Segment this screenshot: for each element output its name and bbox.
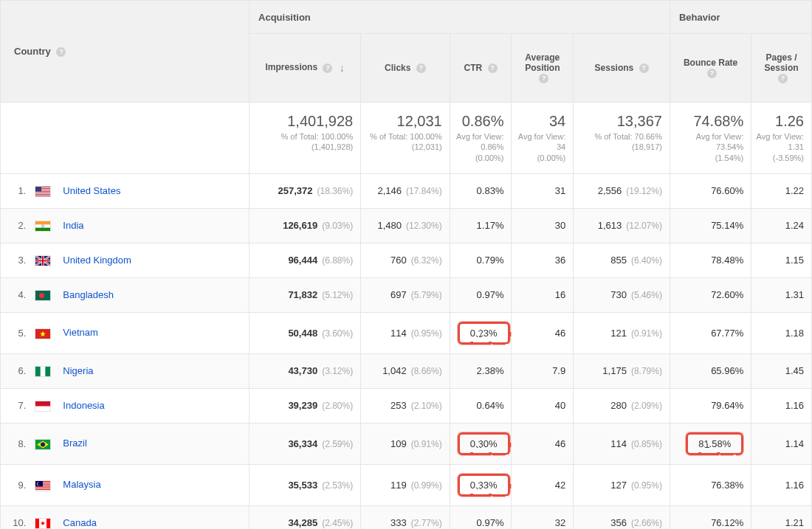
help-icon[interactable]: ? [639, 63, 649, 73]
cell-impressions: 96,444(6.88%) [250, 243, 361, 277]
highlight-annotation: 81.58% [686, 432, 743, 455]
header-avgpos[interactable]: Average Position ? [512, 34, 574, 103]
country-cell[interactable]: Malaysia [30, 464, 249, 505]
table-row: 9.Malaysia35,533(2.53%)119(0.99%)0.33%42… [1, 464, 812, 505]
country-cell[interactable]: United States [30, 173, 249, 208]
help-icon[interactable]: ? [707, 69, 717, 78]
cell-pages: 1.22 [751, 173, 812, 208]
cell-bounce: 67.77% [670, 312, 751, 353]
summary-impressions: 1,401,928 % of Total: 100.00% (1,401,928… [250, 103, 361, 174]
header-bounce[interactable]: Bounce Rate ? [670, 34, 751, 103]
country-link[interactable]: India [63, 220, 83, 231]
country-link[interactable]: Canada [63, 517, 97, 528]
cell-clicks: 119(0.99%) [361, 464, 450, 505]
cell-bounce: 76.12% [670, 505, 751, 529]
table-row: 8.Brazil36,334(2.59%)109(0.91%)0.30%4611… [1, 423, 812, 464]
summary-row: 1,401,928 % of Total: 100.00% (1,401,928… [1, 103, 812, 174]
cell-avgpos: 46 [512, 312, 574, 353]
country-cell[interactable]: United Kingdom [30, 243, 249, 277]
cell-ctr: 0.64% [450, 388, 512, 423]
country-link[interactable]: Nigeria [63, 365, 93, 376]
svg-rect-5 [35, 193, 50, 194]
row-index: 9. [1, 464, 31, 505]
country-link[interactable]: Malaysia [63, 479, 100, 490]
cell-pages: 1.18 [751, 312, 812, 353]
header-pages[interactable]: Pages / Session ? [751, 34, 812, 103]
header-clicks[interactable]: Clicks ? [361, 34, 450, 103]
table-row: 6.Nigeria43,730(3.12%)1,042(8.66%)2.38%7… [1, 353, 812, 388]
cell-impressions: 43,730(3.12%) [250, 353, 361, 388]
flag-icon [35, 255, 57, 266]
row-index: 4. [1, 277, 31, 312]
header-group-behavior: Behavior [670, 1, 811, 34]
cell-bounce: 76.60% [670, 173, 751, 208]
svg-rect-18 [35, 367, 41, 376]
country-link[interactable]: Brazil [63, 438, 87, 449]
flag-icon [35, 400, 57, 412]
country-link[interactable]: United Kingdom [63, 255, 131, 266]
svg-point-24 [41, 442, 45, 446]
cell-avgpos: 42 [512, 464, 574, 505]
cell-pages: 1.15 [751, 243, 812, 277]
help-icon[interactable]: ? [56, 47, 66, 57]
help-icon[interactable]: ? [488, 63, 498, 73]
cell-pages: 1.24 [751, 208, 812, 243]
svg-rect-6 [35, 195, 50, 196]
svg-rect-4 [35, 192, 50, 193]
header-ctr[interactable]: CTR ? [450, 34, 512, 103]
header-sessions[interactable]: Sessions ? [574, 34, 670, 103]
table-row: 2.India126,619(9.03%)1,480(12.30%)1.17%3… [1, 208, 812, 243]
flag-icon [35, 289, 57, 301]
cell-avgpos: 36 [512, 243, 574, 277]
cell-bounce: 65.96% [670, 353, 751, 388]
cell-pages: 1.21 [751, 505, 812, 529]
help-icon[interactable]: ? [323, 63, 332, 73]
cell-clicks: 2,146(17.84%) [361, 173, 450, 208]
flag-icon [35, 365, 57, 377]
country-link[interactable]: United States [63, 185, 120, 196]
flag-icon [35, 328, 57, 339]
header-impressions[interactable]: Impressions ? ↓ [250, 34, 361, 103]
summary-ctr: 0.86% Avg for View: 0.86% (0.00%) [450, 103, 512, 174]
cell-pages: 1.45 [751, 353, 812, 388]
country-cell[interactable]: Bangladesh [30, 277, 249, 312]
country-cell[interactable]: Brazil [30, 423, 249, 464]
country-cell[interactable]: Vietnam [30, 312, 249, 353]
cell-impressions: 71,832(5.12%) [250, 277, 361, 312]
svg-rect-38 [47, 519, 50, 528]
table-row: 4.Bangladesh71,832(5.12%)697(5.79%)0.97%… [1, 277, 812, 312]
summary-pages: 1.26 Avg for View: 1.31 (-3.59%) [751, 103, 812, 174]
header-group-acquisition: Acquisition [250, 1, 670, 34]
cell-clicks: 1,480(12.30%) [361, 208, 450, 243]
cell-clicks: 114(0.95%) [361, 312, 450, 353]
cell-bounce: 72.60% [670, 277, 751, 312]
country-cell[interactable]: Canada [30, 505, 249, 529]
cell-clicks: 109(0.91%) [361, 423, 450, 464]
country-cell[interactable]: India [30, 208, 249, 243]
summary-bounce: 74.68% Avg for View: 73.54% (1.54%) [670, 103, 751, 174]
cell-pages: 1.14 [751, 423, 812, 464]
country-cell[interactable]: Nigeria [30, 353, 249, 388]
help-icon[interactable]: ? [539, 74, 548, 83]
svg-rect-7 [35, 187, 41, 192]
cell-avgpos: 40 [512, 388, 574, 423]
cell-ctr: 1.17% [450, 208, 512, 243]
country-link[interactable]: Vietnam [63, 327, 97, 338]
help-icon[interactable]: ? [778, 74, 788, 83]
cell-avgpos: 31 [512, 173, 574, 208]
row-index: 3. [1, 243, 31, 277]
cell-sessions: 280(2.09%) [574, 388, 670, 423]
help-icon[interactable]: ? [416, 63, 426, 73]
highlight-annotation: 0.33% [458, 474, 510, 497]
svg-rect-37 [35, 519, 39, 528]
country-link[interactable]: Bangladesh [63, 289, 114, 300]
cell-sessions: 855(6.40%) [574, 243, 670, 277]
cell-sessions: 730(5.46%) [574, 277, 670, 312]
country-cell[interactable]: Indonesia [30, 388, 249, 423]
cell-avgpos: 32 [512, 505, 574, 529]
country-link[interactable]: Indonesia [63, 400, 104, 411]
table-row: 7.Indonesia39,239(2.80%)253(2.10%)0.64%4… [1, 388, 812, 423]
highlight-annotation: 0.30% [458, 432, 510, 455]
svg-point-14 [39, 293, 44, 298]
header-country[interactable]: Country ? [1, 1, 250, 103]
